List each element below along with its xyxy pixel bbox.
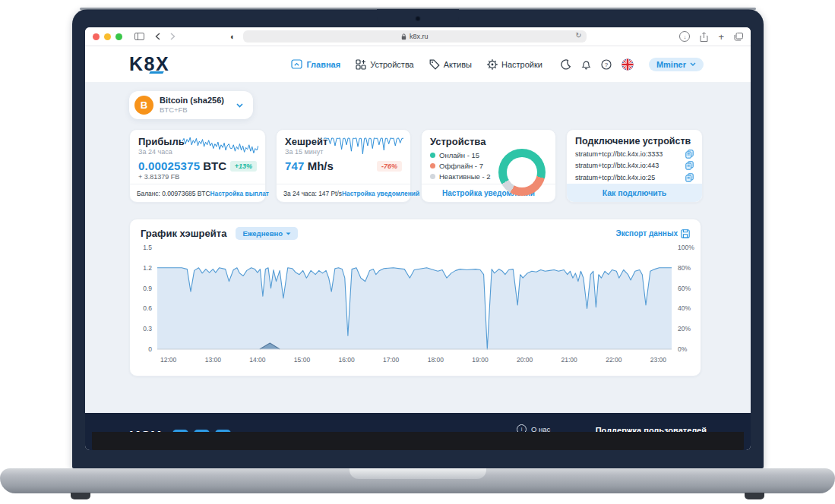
profit-card: Прибыль За 24 часа 0.00025375 BTC +13% +… — [129, 129, 266, 203]
profit-unit: BTC — [203, 159, 226, 172]
payout-settings-link[interactable]: Настройка выплат — [210, 190, 269, 197]
sidebar-toggle-icon[interactable] — [134, 33, 144, 40]
hashrate-unit: Mh/s — [308, 159, 334, 172]
online-label: Онлайн - 15 — [439, 151, 479, 159]
profit-sparkline — [182, 136, 258, 156]
svg-text:0.6: 0.6 — [143, 304, 152, 312]
devices-title: Устройства — [430, 136, 547, 147]
inactive-label: Неактивные - 2 — [439, 172, 490, 181]
svg-text:12:00: 12:00 — [160, 356, 177, 364]
balance-text: Баланс: 0.00973685 BTC — [137, 190, 210, 197]
header-icon-group: ? — [561, 58, 634, 71]
hashrate-change-badge: -76% — [377, 161, 402, 172]
devices-donut-chart — [498, 149, 546, 196]
how-to-connect-label: Как подключить — [603, 188, 667, 197]
copy-icon[interactable] — [685, 150, 694, 159]
url-text: k8x.ru — [410, 33, 429, 40]
coin-selector[interactable]: B Bitcoin (sha256) BTC+FB — [129, 91, 253, 119]
user-name: Mminer — [656, 60, 686, 69]
connection-title: Подключение устройств — [575, 136, 694, 146]
svg-text:22:00: 22:00 — [606, 356, 622, 364]
stratum-url: stratum+tcp://btc.k4x.io:443 — [575, 162, 659, 169]
hashrate-sparkline — [324, 136, 403, 156]
tag-icon — [429, 59, 440, 70]
browser-chrome: ◐ k8x.ru ↻ ↓ + — [85, 27, 751, 46]
share-icon[interactable] — [700, 32, 708, 42]
home-icon — [291, 59, 302, 69]
how-to-connect-button[interactable]: Как подключить — [567, 184, 702, 202]
notifications-bell-icon[interactable] — [581, 59, 591, 70]
notification-settings-link[interactable]: Настройка уведомлений — [342, 190, 419, 197]
nav-item-assets[interactable]: Активы — [429, 59, 472, 70]
window-zoom-button[interactable] — [115, 33, 122, 40]
profit-change-badge: +13% — [230, 161, 257, 172]
laptop-foot — [745, 493, 764, 499]
stratum-url-row: stratum+tcp://btc.k4x.io:3333 — [575, 150, 694, 159]
chevron-down-icon — [690, 62, 696, 66]
svg-text:20%: 20% — [678, 325, 691, 332]
svg-text:14:00: 14:00 — [249, 356, 266, 364]
copy-icon[interactable] — [685, 161, 694, 170]
laptop-foot — [71, 493, 90, 499]
address-bar[interactable]: k8x.ru ↻ — [243, 30, 587, 43]
period-selector-value: Ежедневно — [242, 229, 283, 238]
stratum-url: stratum+tcp://btc.k4x.io:25 — [575, 174, 655, 181]
offline-dot — [430, 163, 435, 169]
screen-bottom-bezel — [92, 432, 744, 450]
gear-icon — [487, 59, 498, 70]
svg-text:17:00: 17:00 — [383, 356, 400, 364]
svg-text:40%: 40% — [678, 304, 691, 312]
user-menu-button[interactable]: Mminer — [649, 58, 704, 71]
period-selector-dropdown[interactable]: Ежедневно — [236, 227, 298, 240]
stratum-url: stratum+tcp://btc.k4x.io:3333 — [575, 150, 663, 158]
svg-text:15:00: 15:00 — [294, 356, 311, 364]
devices-icon — [356, 59, 366, 70]
save-icon — [681, 229, 690, 238]
nav-item-home[interactable]: Главная — [291, 59, 340, 69]
laptop-base — [0, 468, 835, 493]
downloads-icon[interactable]: ↓ — [679, 31, 690, 42]
stratum-url-row: stratum+tcp://btc.k4x.io:25 — [575, 173, 694, 182]
offline-label: Оффлайн - 7 — [439, 162, 483, 170]
k8x-logo-text: K8X — [129, 53, 169, 74]
nav-item-home-label: Главная — [306, 60, 340, 69]
export-data-link[interactable]: Экспорт данных — [616, 229, 690, 238]
reload-icon[interactable]: ↻ — [575, 31, 581, 39]
laptop-lid-scoop — [349, 468, 486, 479]
language-flag-icon[interactable] — [622, 58, 634, 71]
chevron-down-icon — [236, 103, 243, 108]
profit-secondary-value: + 3.81379 FB — [138, 173, 257, 181]
window-minimize-button[interactable] — [104, 33, 111, 40]
svg-text:100%: 100% — [678, 244, 694, 251]
browser-forward-icon[interactable] — [170, 33, 176, 40]
k8x-logo[interactable]: K8X — [129, 55, 169, 74]
hashrate-chart-card: График хэшрейта Ежедневно Экспорт данных… — [129, 219, 701, 376]
site-header: K8X Главная Устройства Активы Настройки — [85, 46, 751, 83]
svg-text:20:00: 20:00 — [517, 356, 533, 364]
svg-text:23:00: 23:00 — [650, 356, 667, 364]
devices-card: Устройства Онлайн - 15 Оффлайн - 7 Неакт… — [421, 129, 556, 203]
svg-text:16:00: 16:00 — [338, 356, 355, 364]
svg-text:0: 0 — [148, 345, 152, 353]
browser-back-icon[interactable] — [155, 33, 160, 40]
tab-overview-icon[interactable] — [734, 33, 743, 41]
svg-text:18:00: 18:00 — [428, 356, 444, 364]
svg-text:80%: 80% — [678, 264, 691, 272]
svg-text:21:00: 21:00 — [561, 356, 578, 364]
main-nav: Главная Устройства Активы Настройки — [291, 59, 542, 70]
privacy-shield-icon[interactable]: ◐ — [230, 32, 236, 41]
hashrate-card: Хешрейт За 15 минут 747 Mh/s -76% За 24 … — [276, 129, 411, 203]
dark-mode-icon[interactable] — [561, 59, 571, 70]
copy-icon[interactable] — [685, 173, 694, 182]
lock-icon — [401, 33, 406, 40]
window-close-button[interactable] — [93, 33, 100, 40]
new-tab-icon[interactable]: + — [718, 32, 724, 42]
nav-item-devices[interactable]: Устройства — [356, 59, 414, 70]
help-icon[interactable]: ? — [601, 59, 612, 70]
laptop-screen-frame: ◐ k8x.ru ↻ ↓ + K8X — [72, 9, 764, 468]
coin-sub: BTC+FB — [160, 106, 224, 114]
nav-item-settings[interactable]: Настройки — [487, 59, 542, 70]
hashrate-value: 747 — [285, 159, 305, 172]
online-dot — [430, 153, 435, 158]
svg-text:1.5: 1.5 — [143, 244, 152, 251]
